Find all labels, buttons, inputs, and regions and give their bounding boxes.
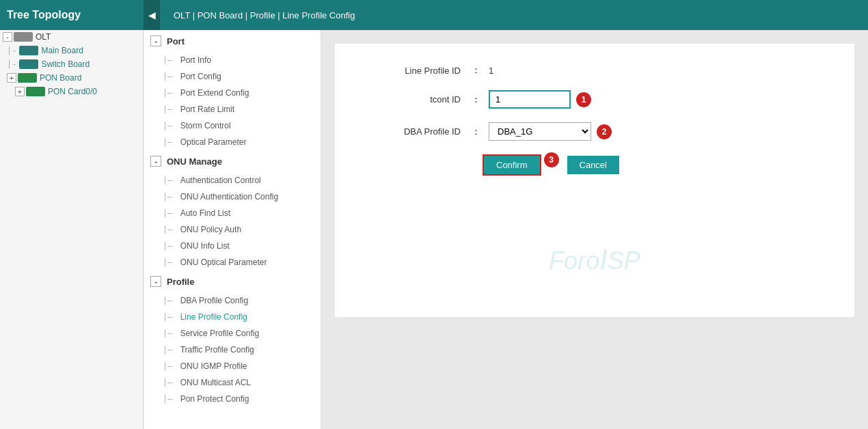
nav-section-profile[interactable]: - Profile xyxy=(144,271,321,292)
nav-item-auto-find-list[interactable]: Auto Find List xyxy=(144,205,321,221)
step-badge-1: 1 xyxy=(576,92,591,107)
nav-item-port-extend-config[interactable]: Port Extend Config xyxy=(144,85,321,101)
dba-profile-id-select[interactable]: DBA_1G DBA_2G DBA_512M xyxy=(489,122,591,141)
sidebar-item-olt[interactable]: - OLT xyxy=(0,30,143,44)
nav-item-onu-optical-parameter[interactable]: ONU Optical Parameter xyxy=(144,254,321,271)
confirm-button[interactable]: Confirm xyxy=(483,154,541,176)
nav-section-onu-manage-label: ONU Manage xyxy=(167,156,222,167)
step-badge-3: 3 xyxy=(544,152,559,167)
nav-item-onu-igmp-profile[interactable]: ONU IGMP Profile xyxy=(144,358,321,374)
buttons-row: Confirm 3 Cancel xyxy=(472,154,827,176)
line-profile-id-label: Line Profile ID xyxy=(362,66,472,76)
nav-item-onu-multicast-acl[interactable]: ONU Multicast ACL xyxy=(144,374,321,391)
tcont-id-label: tcont ID xyxy=(362,94,472,105)
sidebar-label-pon-board: PON Board xyxy=(40,73,81,83)
sidebar-item-pon-board[interactable]: + PON Board xyxy=(0,71,143,85)
device-icon-main-board xyxy=(19,46,38,55)
device-icon-olt xyxy=(14,32,33,42)
sidebar-label-switch-board: Switch Board xyxy=(41,59,90,69)
sidebar-item-pon-card[interactable]: + PON Card0/0 xyxy=(0,85,143,98)
nav-item-optical-parameter[interactable]: Optical Parameter xyxy=(144,134,321,150)
breadcrumb: OLT | PON Board | Profile | Line Profile… xyxy=(160,10,355,20)
nav-item-port-config[interactable]: Port Config xyxy=(144,68,321,85)
form-container: Line Profile ID ： 1 tcont ID ： 1 DBA Pro… xyxy=(335,44,854,317)
collapse-icon-port: - xyxy=(150,36,161,46)
nav-section-port-label: Port xyxy=(167,36,185,46)
line-profile-id-value: 1 xyxy=(489,66,493,76)
dba-profile-id-label: DBA Profile ID xyxy=(362,126,472,137)
nav-item-storm-control[interactable]: Storm Control xyxy=(144,117,321,134)
nav-item-traffic-profile-config[interactable]: Traffic Profile Config xyxy=(144,342,321,358)
collapse-icon-onu-manage: - xyxy=(150,156,161,167)
main-content: Line Profile ID ： 1 tcont ID ： 1 DBA Pro… xyxy=(321,30,868,429)
watermark: ForoISP xyxy=(549,243,640,276)
device-icon-pon-card xyxy=(26,87,45,96)
nav-section-onu-manage[interactable]: - ONU Manage xyxy=(144,150,321,172)
device-icon-switch-board xyxy=(19,59,38,69)
layout: - OLT |- Main Board |- Switch Board + PO… xyxy=(0,30,868,429)
line-profile-id-row: Line Profile ID ： 1 xyxy=(362,64,827,77)
nav-section-port[interactable]: - Port xyxy=(144,30,321,52)
nav-panel: - Port Port Info Port Config Port Extend… xyxy=(144,30,321,429)
sidebar-label-main-board: Main Board xyxy=(41,46,83,55)
page-title: Tree Topology xyxy=(7,9,144,21)
sidebar-label-olt: OLT xyxy=(36,32,51,42)
nav-item-onu-auth-config[interactable]: ONU Authentication Config xyxy=(144,189,321,205)
nav-item-onu-policy-auth[interactable]: ONU Policy Auth xyxy=(144,221,321,238)
sidebar-item-switch-board[interactable]: |- Switch Board xyxy=(0,57,143,71)
step-badge-2: 2 xyxy=(597,124,612,139)
nav-item-dba-profile-config[interactable]: DBA Profile Config xyxy=(144,292,321,309)
tcont-id-input[interactable] xyxy=(489,90,571,109)
device-icon-pon-board xyxy=(18,73,37,83)
nav-item-service-profile-config[interactable]: Service Profile Config xyxy=(144,325,321,342)
nav-section-profile-label: Profile xyxy=(167,277,194,287)
nav-item-authentication-control[interactable]: Authentication Control xyxy=(144,172,321,189)
expand-icon-olt[interactable]: - xyxy=(3,32,12,42)
expand-icon-pon-card[interactable]: + xyxy=(15,87,25,96)
nav-item-port-rate-limit[interactable]: Port Rate Limit xyxy=(144,101,321,117)
dba-profile-id-row: DBA Profile ID ： DBA_1G DBA_2G DBA_512M … xyxy=(362,122,827,141)
nav-item-port-info[interactable]: Port Info xyxy=(144,52,321,68)
collapse-sidebar-button[interactable]: ◀ xyxy=(144,0,160,30)
nav-item-pon-protect-config[interactable]: Pon Protect Config xyxy=(144,391,321,407)
sidebar: - OLT |- Main Board |- Switch Board + PO… xyxy=(0,30,144,429)
tcont-id-row: tcont ID ： 1 xyxy=(362,90,827,109)
header: Tree Topology ◀ OLT | PON Board | Profil… xyxy=(0,0,868,30)
sidebar-label-pon-card: PON Card0/0 xyxy=(48,87,97,96)
collapse-icon-profile: - xyxy=(150,276,161,287)
nav-item-onu-info-list[interactable]: ONU Info List xyxy=(144,238,321,254)
cancel-button[interactable]: Cancel xyxy=(567,156,619,174)
sidebar-item-main-board[interactable]: |- Main Board xyxy=(0,44,143,57)
nav-item-line-profile-config[interactable]: Line Profile Config xyxy=(144,309,321,325)
expand-icon-pon-board[interactable]: + xyxy=(7,73,16,83)
